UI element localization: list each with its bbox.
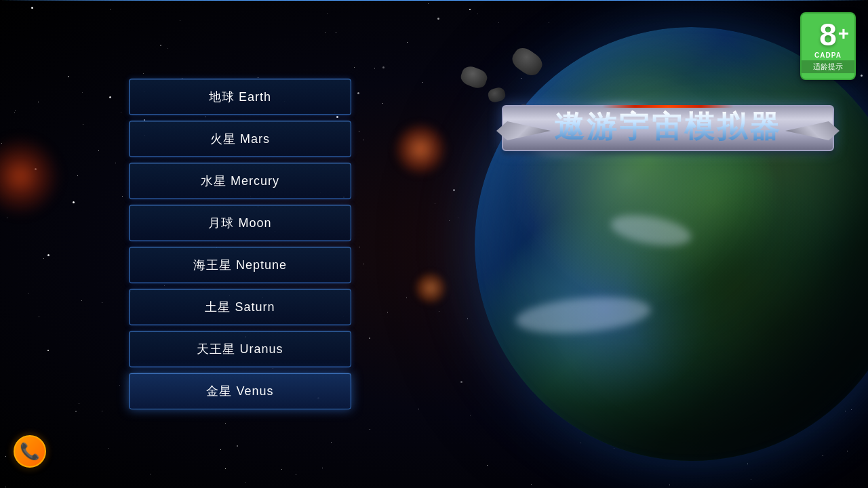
age-number: 8 — [819, 19, 837, 50]
phone-button[interactable]: 📞 — [14, 435, 46, 468]
age-plus: + — [838, 23, 849, 45]
planet-btn-saturn[interactable]: 土星 Saturn — [129, 289, 351, 325]
planet-btn-earth[interactable]: 地球 Earth — [129, 79, 351, 115]
title-bar: 遨游宇宙模拟器 — [502, 105, 834, 151]
planet-btn-mars[interactable]: 火星 Mars — [129, 121, 351, 157]
age-rating-badge: 8 + CADPA 适龄提示 — [800, 12, 856, 80]
main-layout: 地球 Earth火星 Mars水星 Mercury月球 Moon海王星 Nept… — [0, 0, 868, 488]
planet-btn-moon[interactable]: 月球 Moon — [129, 205, 351, 241]
age-subtitle-label: 适龄提示 — [802, 60, 854, 73]
planet-list: 地球 Earth火星 Mars水星 Mercury月球 Moon海王星 Nept… — [0, 0, 380, 488]
age-cadpa-label: CADPA — [814, 52, 842, 59]
planet-btn-venus[interactable]: 金星 Venus — [129, 373, 351, 409]
title-logo: 遨游宇宙模拟器 — [502, 105, 834, 151]
app-title: 遨游宇宙模拟器 — [514, 110, 822, 143]
planet-btn-mercury[interactable]: 水星 Mercury — [129, 163, 351, 199]
planet-btn-uranus[interactable]: 天王星 Uranus — [129, 331, 351, 367]
phone-icon: 📞 — [20, 442, 40, 461]
planet-btn-neptune[interactable]: 海王星 Neptune — [129, 247, 351, 283]
